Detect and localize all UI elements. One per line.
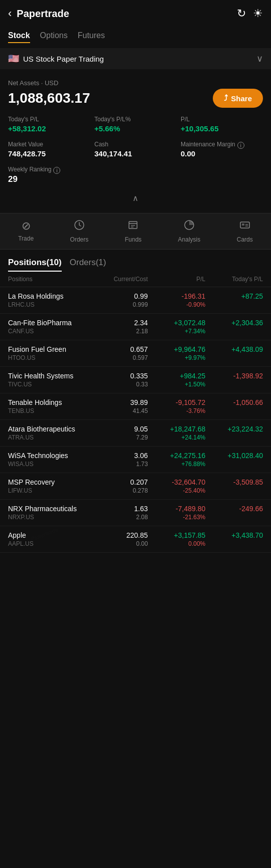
table-row[interactable]: moo Fusion Fuel Green 0.657 +9,964.76 +4… bbox=[0, 340, 271, 367]
pos-today-pl: -1,050.66 bbox=[205, 398, 263, 406]
pos-sub-row: TENB.US 41.45 -3.76% bbox=[8, 407, 263, 414]
account-selector[interactable]: 🇺🇸 US Stock Paper Trading ∨ bbox=[0, 48, 271, 69]
pos-ticker: NRXP.US bbox=[8, 514, 90, 521]
stat-value-margin: 0.00 bbox=[181, 149, 263, 158]
collapse-button[interactable]: ∧ bbox=[8, 190, 263, 208]
pos-name: Tivic Health Systems bbox=[8, 372, 90, 380]
table-row[interactable]: Papertrade La Rosa Holdings 0.99 -196.31… bbox=[0, 287, 271, 314]
pos-pl-pct: -0.90% bbox=[148, 301, 206, 308]
th-pl: P/L bbox=[148, 276, 206, 283]
info-icon-ranking[interactable]: i bbox=[53, 167, 60, 174]
pos-pl-pct: +9.97% bbox=[148, 354, 206, 361]
weekly-ranking-label-row: Weekly Ranking i bbox=[8, 166, 263, 174]
pos-cost: 2.18 bbox=[90, 328, 148, 335]
share-icon: ⤴ bbox=[224, 94, 228, 103]
header-icons: ↻ ☀ bbox=[237, 7, 263, 20]
pos-today-pl: +23,224.32 bbox=[205, 425, 263, 433]
pos-cost: 2.08 bbox=[90, 514, 148, 521]
app-title: Papertrade bbox=[17, 8, 237, 20]
stat-label-today-pl-pct: Today's P/L% bbox=[94, 116, 177, 123]
table-header: Positions Current/Cost P/L Today's P/L bbox=[0, 272, 271, 287]
nav-label-analysis: Analysis bbox=[178, 236, 201, 243]
nav-item-trade[interactable]: ⊘ Trade bbox=[18, 220, 34, 243]
th-positions: Positions bbox=[8, 276, 90, 283]
info-icon-margin[interactable]: i bbox=[237, 142, 244, 149]
table-row[interactable]: moo NRX Pharmaceuticals 1.63 -7,489.80 -… bbox=[0, 500, 271, 526]
funds-icon bbox=[127, 220, 139, 234]
stat-label-today-pl: Today's P/L bbox=[8, 116, 90, 123]
stat-value-pl: +10,305.65 bbox=[181, 124, 263, 133]
pos-cost: 0.597 bbox=[90, 354, 148, 361]
pos-name: NRX Pharmaceuticals bbox=[8, 505, 90, 513]
pos-today-pl: -3,509.85 bbox=[205, 478, 263, 486]
pos-today-pl: +31,028.40 bbox=[205, 452, 263, 460]
pos-pl: -7,489.80 bbox=[148, 505, 206, 513]
pos-current: 3.06 bbox=[90, 452, 148, 460]
stat-label-row-margin: Maintenance Margin i bbox=[181, 141, 263, 149]
pos-name: Atara Biotherapeutics bbox=[8, 425, 90, 433]
pos-main-row: Tenable Holdings 39.89 -9,105.72 -1,050.… bbox=[8, 398, 263, 406]
pos-today-pl: -1,398.92 bbox=[205, 372, 263, 380]
pos-today-pl: +2,304.36 bbox=[205, 319, 263, 327]
stats-grid: Today's P/L +58,312.02 Today's P/L% +5.6… bbox=[8, 116, 263, 158]
stat-value-today-pl: +58,312.02 bbox=[8, 124, 90, 133]
pos-sub-row: ATRA.US 7.29 +24.14% bbox=[8, 434, 263, 441]
refresh-icon[interactable]: ↻ bbox=[237, 7, 246, 20]
pos-today-pl: +4,438.09 bbox=[205, 345, 263, 353]
pos-pl-pct: -25.40% bbox=[148, 487, 206, 494]
pos-ticker: AAPL.US bbox=[8, 540, 90, 547]
svg-rect-1 bbox=[129, 222, 137, 229]
pos-pl: +9,964.76 bbox=[148, 345, 206, 353]
nav-item-cards[interactable]: Cards bbox=[237, 220, 253, 243]
pos-ticker: WISA.US bbox=[8, 461, 90, 468]
pos-pl-pct: -21.63% bbox=[148, 514, 206, 521]
weekly-ranking-value: 29 bbox=[8, 174, 263, 184]
nav-item-orders[interactable]: Orders bbox=[70, 220, 89, 243]
table-row[interactable]: moomoo Tenable Holdings 39.89 -9,105.72 … bbox=[0, 393, 271, 420]
asset-tabs: Stock Options Futures bbox=[0, 27, 271, 48]
pos-pl-pct: 0.00% bbox=[148, 540, 206, 547]
pos-cost: 1.73 bbox=[90, 461, 148, 468]
table-row[interactable]: moomoo Can-Fite BioPharma 2.34 +3,072.48… bbox=[0, 314, 271, 340]
analysis-icon bbox=[184, 220, 195, 234]
table-row[interactable]: moo Atara Biotherapeutics 9.05 +18,247.6… bbox=[0, 420, 271, 447]
stat-value-market-value: 748,428.75 bbox=[8, 149, 90, 158]
stat-market-value: Market Value 748,428.75 bbox=[8, 141, 90, 158]
share-label: Share bbox=[231, 94, 252, 103]
pos-sub-row: NRXP.US 2.08 -21.63% bbox=[8, 514, 263, 521]
share-button[interactable]: ⤴ Share bbox=[213, 89, 263, 108]
nav-item-funds[interactable]: Funds bbox=[125, 220, 142, 243]
pos-ticker: HTOO.US bbox=[8, 354, 90, 361]
table-row[interactable]: Papertrade Tivic Health Systems 0.335 +9… bbox=[0, 367, 271, 393]
pos-current: 0.99 bbox=[90, 292, 148, 300]
pos-current: 1.63 bbox=[90, 505, 148, 513]
tab-futures[interactable]: Futures bbox=[78, 31, 105, 43]
pos-pl: -9,105.72 bbox=[148, 398, 206, 406]
pos-main-row: Can-Fite BioPharma 2.34 +3,072.48 +2,304… bbox=[8, 319, 263, 327]
pos-pl: +18,247.68 bbox=[148, 425, 206, 433]
nav-item-analysis[interactable]: Analysis bbox=[178, 220, 201, 243]
svg-rect-6 bbox=[240, 222, 249, 228]
tab-options[interactable]: Options bbox=[40, 31, 68, 43]
pos-cost: 41.45 bbox=[90, 407, 148, 414]
pos-sub-row: CANF.US 2.18 +7.34% bbox=[8, 328, 263, 335]
pos-sub-row: HTOO.US 0.597 +9.97% bbox=[8, 354, 263, 361]
table-row[interactable]: moomoo MSP Recovery 0.207 -32,604.70 -3,… bbox=[0, 473, 271, 500]
net-assets-row: 1,088,603.17 ⤴ Share bbox=[8, 89, 263, 108]
table-row[interactable]: Papertrade WiSA Technologies 3.06 +24,27… bbox=[0, 447, 271, 473]
tab-positions[interactable]: Positions(10) bbox=[8, 258, 62, 272]
back-button[interactable]: ‹ bbox=[8, 7, 12, 20]
pos-pl: +24,275.16 bbox=[148, 452, 206, 460]
pos-ticker: LIFW.US bbox=[8, 487, 90, 494]
pos-ticker: LRHC.US bbox=[8, 301, 90, 308]
nav-label-trade: Trade bbox=[18, 235, 34, 242]
pos-current: 39.89 bbox=[90, 398, 148, 406]
pos-main-row: La Rosa Holdings 0.99 -196.31 +87.25 bbox=[8, 292, 263, 300]
th-current-cost: Current/Cost bbox=[90, 276, 148, 283]
tab-stock[interactable]: Stock bbox=[8, 31, 30, 43]
table-row[interactable]: Papertrade Apple 220.85 +3,157.85 +3,438… bbox=[0, 526, 271, 553]
header: ‹ Papertrade ↻ ☀ bbox=[0, 0, 271, 27]
stat-value-today-pl-pct: +5.66% bbox=[94, 124, 177, 133]
settings-icon[interactable]: ☀ bbox=[253, 7, 263, 20]
tab-orders[interactable]: Orders(1) bbox=[70, 258, 106, 272]
